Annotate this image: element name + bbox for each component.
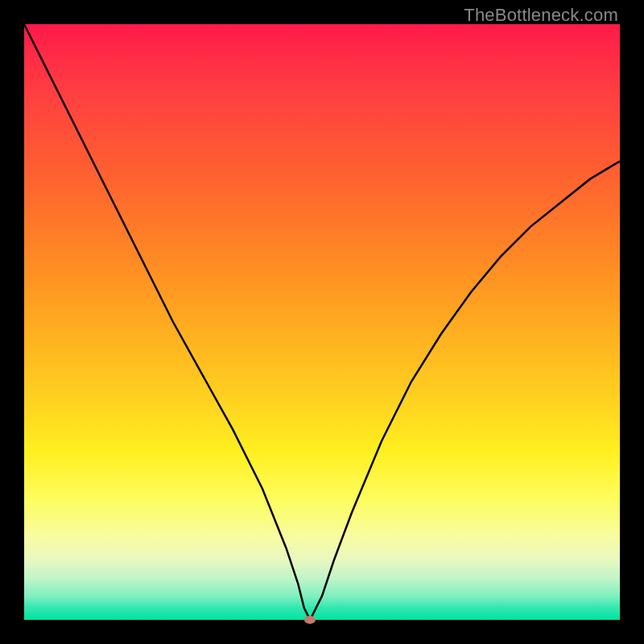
plot-area <box>24 24 620 620</box>
minimum-marker <box>304 616 316 624</box>
bottleneck-curve <box>24 24 620 620</box>
chart-frame: TheBottleneck.com <box>0 0 644 644</box>
watermark-text: TheBottleneck.com <box>464 5 618 26</box>
